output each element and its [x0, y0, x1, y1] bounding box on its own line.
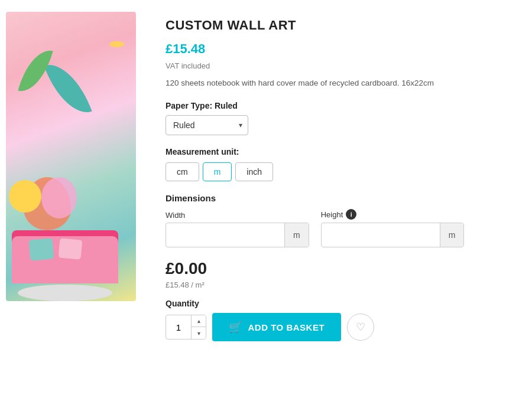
quantity-input[interactable]	[166, 315, 191, 339]
add-to-basket-label: ADD TO BASKET	[248, 322, 325, 332]
height-label: Height i	[321, 209, 465, 220]
height-input-wrapper: m	[321, 223, 465, 247]
product-title: CUSTOM WALL ART	[166, 18, 514, 33]
height-info-icon[interactable]: i	[346, 209, 356, 220]
height-input[interactable]	[322, 223, 440, 247]
quantity-arrows: ▴ ▾	[191, 315, 206, 339]
price-per-unit: £15.48 / m²	[166, 280, 514, 289]
width-input[interactable]	[166, 223, 284, 247]
paper-type-select-wrapper: Ruled Plain Dotted Grid ▾	[166, 115, 248, 135]
product-image	[6, 12, 136, 301]
dimensions-label: Dimensions	[166, 193, 514, 203]
quantity-up-button[interactable]: ▴	[192, 315, 206, 327]
calculated-price: £0.00	[166, 259, 514, 278]
unit-btn-cm[interactable]: cm	[166, 162, 199, 181]
add-to-basket-button[interactable]: 🛒 ADD TO BASKET	[212, 313, 341, 341]
width-unit: m	[284, 223, 309, 247]
product-description: 120 sheets notebook with hard cover made…	[166, 77, 514, 89]
product-image-section	[6, 12, 148, 383]
wishlist-button[interactable]: ♡	[347, 314, 374, 341]
actions-row: ▴ ▾ 🛒 ADD TO BASKET ♡	[166, 313, 514, 341]
height-group: Height i m	[321, 209, 465, 247]
width-label: Width	[166, 211, 309, 220]
heart-icon: ♡	[356, 321, 365, 334]
width-group: Width m	[166, 211, 309, 247]
product-price: £15.48	[166, 41, 514, 57]
width-input-wrapper: m	[166, 223, 309, 247]
quantity-label: Quantity	[166, 299, 514, 308]
height-unit: m	[440, 223, 464, 247]
cart-icon: 🛒	[229, 321, 242, 334]
vat-label: VAT included	[166, 61, 514, 70]
unit-buttons-group: cm m inch	[166, 162, 514, 181]
quantity-wrapper: ▴ ▾	[166, 315, 206, 339]
paper-type-select[interactable]: Ruled Plain Dotted Grid	[166, 115, 248, 135]
measurement-unit-label: Measurement unit:	[166, 147, 514, 156]
dimensions-row: Width m Height i m	[166, 209, 514, 247]
unit-btn-m[interactable]: m	[203, 162, 232, 181]
unit-btn-inch[interactable]: inch	[235, 162, 273, 181]
paper-type-label: Paper Type: Ruled	[166, 101, 514, 110]
quantity-down-button[interactable]: ▾	[192, 327, 206, 339]
product-details: CUSTOM WALL ART £15.48 VAT included 120 …	[148, 12, 532, 383]
